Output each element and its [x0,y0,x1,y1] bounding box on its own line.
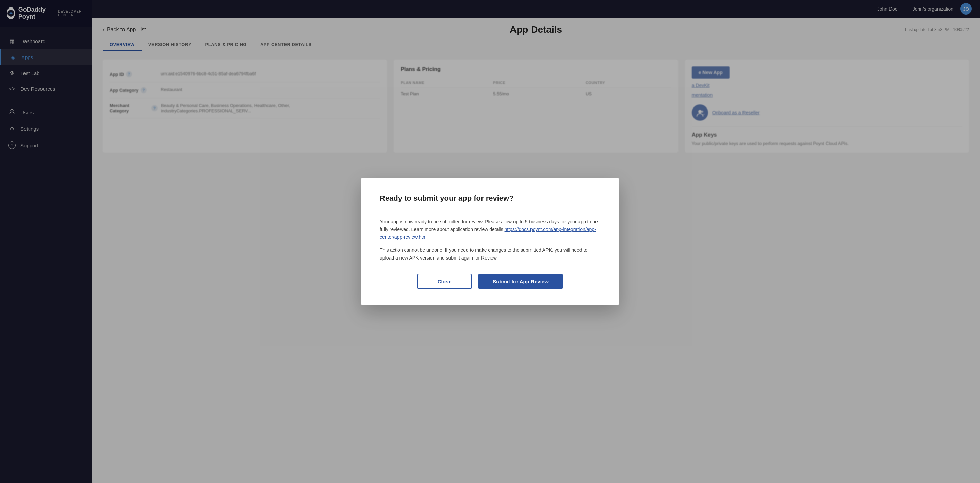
modal-warning-text: This action cannot be undone. If you nee… [380,246,600,262]
modal-overlay: Ready to submit your app for review? You… [92,18,980,483]
modal-divider [380,210,600,210]
main-area: John Doe | John's organization JO ‹ Back… [92,0,980,483]
content-area: ‹ Back to App List App Details Last upda… [92,18,980,483]
modal-title: Ready to submit your app for review? [380,194,600,203]
submit-for-review-button[interactable]: Submit for App Review [479,274,563,289]
modal-actions: Close Submit for App Review [380,274,600,289]
modal-body-text: Your app is now ready to be submitted fo… [380,218,600,241]
modal-dialog: Ready to submit your app for review? You… [361,178,619,305]
close-button[interactable]: Close [417,274,472,289]
